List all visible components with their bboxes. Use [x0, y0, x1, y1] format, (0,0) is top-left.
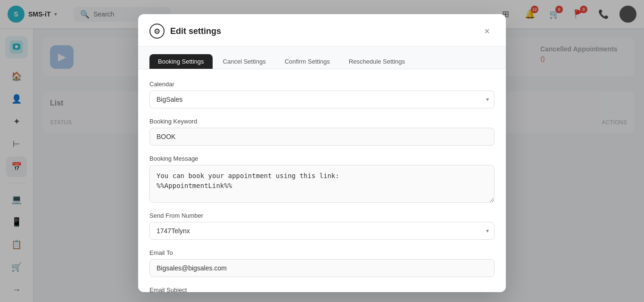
email-subject-label: Email Subject	[149, 286, 495, 292]
booking-message-label: Booking Message	[149, 155, 495, 162]
booking-keyword-input[interactable]	[149, 128, 495, 146]
modal-overlay[interactable]: ⚙ Edit settings × Booking Settings Cance…	[0, 0, 644, 302]
email-to-label: Email To	[149, 249, 495, 256]
gear-icon: ⚙	[149, 24, 165, 39]
calendar-select[interactable]: BigSales Personal Work	[149, 90, 495, 108]
send-from-group: Send From Number 1747Telynx Other Number…	[149, 212, 495, 240]
tab-cancel-settings[interactable]: Cancel Settings	[215, 54, 274, 69]
tab-booking-settings[interactable]: Booking Settings	[149, 54, 213, 69]
email-to-group: Email To	[149, 249, 495, 277]
modal-title: Edit settings	[170, 26, 221, 36]
booking-keyword-label: Booking Keyword	[149, 118, 495, 125]
send-from-label: Send From Number	[149, 212, 495, 219]
email-subject-group: Email Subject	[149, 286, 495, 292]
booking-keyword-group: Booking Keyword	[149, 118, 495, 146]
booking-message-group: Booking Message You can book your appoin…	[149, 155, 495, 203]
modal-tabs: Booking Settings Cancel Settings Confirm…	[138, 47, 506, 69]
calendar-label: Calendar	[149, 81, 495, 88]
edit-settings-modal: ⚙ Edit settings × Booking Settings Cance…	[138, 14, 506, 292]
email-to-input[interactable]	[149, 259, 495, 277]
send-from-select[interactable]: 1747Telynx Other Number	[149, 222, 495, 240]
tab-confirm-settings[interactable]: Confirm Settings	[276, 54, 339, 69]
modal-header: ⚙ Edit settings ×	[138, 14, 506, 47]
calendar-group: Calendar BigSales Personal Work ▾	[149, 81, 495, 108]
booking-message-textarea[interactable]: You can book your appointment using this…	[149, 165, 495, 203]
tab-reschedule-settings[interactable]: Reschedule Settings	[340, 54, 413, 69]
modal-body: Calendar BigSales Personal Work ▾ Bookin…	[138, 69, 506, 292]
send-from-select-wrapper: 1747Telynx Other Number ▾	[149, 222, 495, 240]
close-button[interactable]: ×	[479, 24, 495, 39]
calendar-select-wrapper: BigSales Personal Work ▾	[149, 90, 495, 108]
